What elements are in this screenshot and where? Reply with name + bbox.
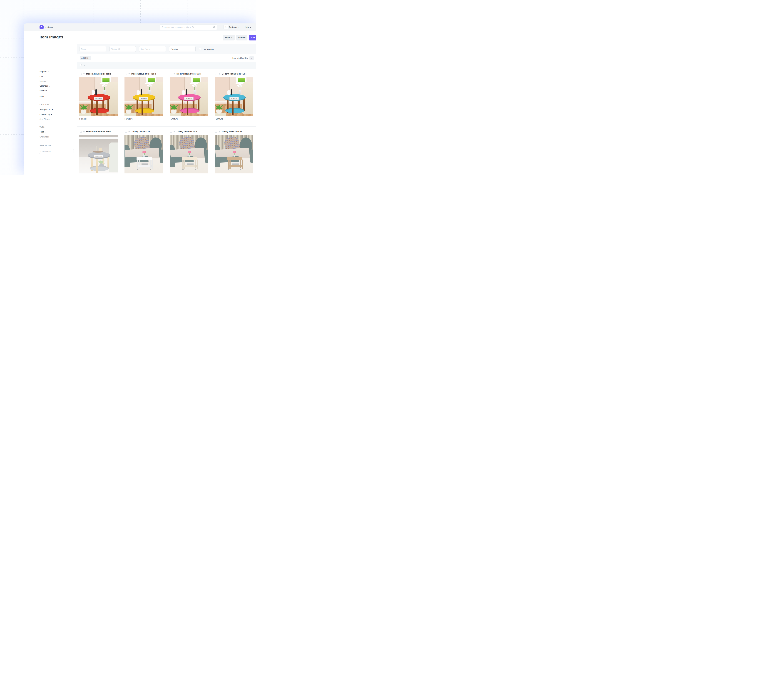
trolley-leg xyxy=(196,160,198,169)
item-card[interactable]: Modern Round Side Table xyxy=(212,69,256,127)
heart-icon[interactable] xyxy=(219,73,220,75)
card-header: Modern Round Side Table xyxy=(80,73,121,75)
show-tags-toggle[interactable]: Show tags xyxy=(40,136,49,138)
main-content: Has Variants Add Filter Last Modified On… xyxy=(77,44,256,175)
created-by-filter[interactable]: Created By xyxy=(40,113,52,115)
table-leg xyxy=(92,157,93,171)
sort-field-label[interactable]: Last Modified On xyxy=(232,57,248,59)
card-checkbox[interactable] xyxy=(215,73,217,75)
candle xyxy=(96,146,98,151)
menu-button[interactable]: Menu xyxy=(223,35,235,40)
table-leg xyxy=(187,100,188,115)
item-card[interactable]: Modern Round Side Table xyxy=(77,69,122,127)
sidebar-item-list[interactable]: List xyxy=(40,75,43,78)
chevron-down-icon xyxy=(45,131,46,133)
heart-icon[interactable] xyxy=(173,130,175,133)
floor xyxy=(79,157,118,173)
sidebar-item-kanban[interactable]: Kanban xyxy=(40,90,48,92)
item-card[interactable]: Trolley Table-MARBB xyxy=(167,127,212,175)
item-image[interactable]: DECORNATION DECORNATION xyxy=(79,77,118,116)
chevron-down-icon xyxy=(52,108,53,111)
trolley-wheel xyxy=(137,169,138,170)
card-title[interactable]: Trolley Table-SANDB xyxy=(221,130,255,133)
item-image[interactable]: DECORNATION DECORNATION xyxy=(79,135,118,173)
item-image[interactable]: DECORNATION DECORNATION xyxy=(215,77,253,116)
assigned-to-filter[interactable]: Assigned To xyxy=(40,108,53,111)
table-top xyxy=(88,152,110,159)
item-image[interactable]: DECORNATION DECORNATION xyxy=(170,135,208,173)
has-variants-checkbox[interactable] xyxy=(199,48,201,50)
avatar[interactable]: A xyxy=(223,25,228,29)
card-checkbox[interactable] xyxy=(215,131,217,133)
item-name-filter-input[interactable] xyxy=(139,46,166,52)
add-fields-button[interactable]: Add Fields xyxy=(40,118,52,120)
heart-icon[interactable] xyxy=(128,73,130,75)
sidebar-item-help[interactable]: Help xyxy=(40,95,44,98)
item-card[interactable]: Trolley Table-GRAN xyxy=(122,127,167,175)
add-filter-button[interactable]: Add Filter xyxy=(80,56,91,60)
select-all-checkbox[interactable] xyxy=(80,64,82,66)
card-title[interactable]: Trolley Table-MARBB xyxy=(177,130,211,133)
add-filter-strip: Add Filter Last Modified On xyxy=(77,54,256,62)
variant-of-filter-input[interactable] xyxy=(110,46,136,52)
flower-vase xyxy=(239,90,241,95)
heart-icon[interactable] xyxy=(128,130,130,133)
app-logo[interactable]: E xyxy=(40,25,43,29)
table-leg xyxy=(107,156,109,169)
new-button[interactable]: New xyxy=(249,35,256,40)
brand-sign: DECORNATION xyxy=(184,97,193,100)
ledge xyxy=(79,137,118,138)
flower-glass xyxy=(234,154,235,157)
breadcrumb[interactable]: Stock xyxy=(47,26,53,28)
sort-direction-button[interactable] xyxy=(250,56,254,60)
card-title[interactable]: Modern Round Side Table xyxy=(132,73,166,75)
item-image[interactable]: DECORNATION DECORNATION xyxy=(215,135,253,173)
add-fields-label: Add Fields xyxy=(40,118,50,120)
sidebar-item-calendar[interactable]: Calendar xyxy=(40,85,50,87)
item-image[interactable]: DECORNATION DECORNATION xyxy=(125,135,163,173)
card-checkbox[interactable] xyxy=(80,131,82,133)
trolley-leg xyxy=(228,160,229,169)
item-group-filter-input[interactable] xyxy=(169,46,196,52)
heart-icon[interactable] xyxy=(219,130,220,133)
card-title[interactable]: Modern Round Side Table xyxy=(86,130,121,133)
table-shelf xyxy=(180,108,200,113)
tags-filter[interactable]: Tags xyxy=(40,131,46,133)
refresh-button[interactable]: Refresh xyxy=(236,35,247,40)
sidebar-item-label: Calendar xyxy=(40,85,48,87)
heart-icon[interactable] xyxy=(83,130,85,133)
global-search[interactable] xyxy=(160,25,217,30)
heart-icon[interactable] xyxy=(84,64,85,67)
item-image[interactable]: DECORNATION DECORNATION xyxy=(170,77,208,116)
trolley-top xyxy=(182,157,197,160)
card-title[interactable]: Modern Round Side Table xyxy=(221,73,255,75)
item-card[interactable]: Modern Round Side Table xyxy=(122,69,167,127)
card-title[interactable]: Modern Round Side Table xyxy=(177,73,211,75)
card-title[interactable]: Modern Round Side Table xyxy=(86,73,121,75)
sidebar-item-reports[interactable]: Reports xyxy=(40,70,48,73)
created-by-label: Created By xyxy=(40,113,50,115)
card-checkbox[interactable] xyxy=(125,73,127,75)
filter-name-input[interactable] xyxy=(39,149,74,154)
item-card[interactable]: Modern Round Side Table xyxy=(77,127,122,175)
card-checkbox[interactable] xyxy=(170,73,172,75)
card-checkbox[interactable] xyxy=(170,131,172,133)
sofa-base xyxy=(215,156,239,163)
item-card[interactable]: Trolley Table-SANDB xyxy=(212,127,256,175)
item-card[interactable]: Modern Round Side Table xyxy=(167,69,212,127)
search-input[interactable] xyxy=(162,26,213,28)
sidebar-item-images[interactable]: Images xyxy=(40,80,47,82)
card-checkbox[interactable] xyxy=(80,73,82,75)
bottle xyxy=(231,88,232,95)
sofa-scene-illustration xyxy=(125,135,163,173)
card-checkbox[interactable] xyxy=(125,131,127,133)
heart-icon[interactable] xyxy=(83,73,85,75)
has-variants-label: Has Variants xyxy=(203,48,214,50)
name-filter-input[interactable] xyxy=(79,46,107,52)
card-header: Trolley Table-GRAN xyxy=(125,130,166,133)
heart-icon[interactable] xyxy=(173,73,175,75)
card-title[interactable]: Trolley Table-GRAN xyxy=(132,130,166,133)
help-menu[interactable]: Help xyxy=(245,26,251,28)
item-image[interactable]: DECORNATION DECORNATION xyxy=(125,77,163,116)
settings-menu[interactable]: Settings xyxy=(229,26,238,28)
